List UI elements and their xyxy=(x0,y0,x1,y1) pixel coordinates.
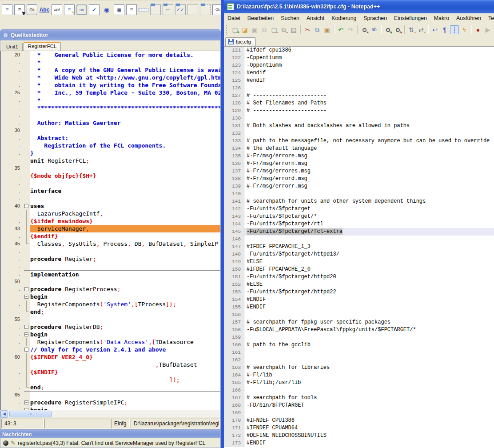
source-editor-title: Quelltexteditor xyxy=(11,32,48,38)
menu-suchen[interactable]: Suchen xyxy=(277,14,303,23)
scroll-left-arrow-icon[interactable]: ◀ xyxy=(0,410,8,418)
word-wrap-icon[interactable]: ↩ xyxy=(430,25,439,34)
indent-guide-icon[interactable]: ┆ xyxy=(450,25,459,34)
line-number: . xyxy=(1,180,24,187)
tab-fpc-cfg[interactable]: fpc.cfg xyxy=(225,37,256,46)
scrollbar-thumb[interactable]: ⁞⁞⁞ xyxy=(9,411,52,417)
find-icon[interactable] xyxy=(360,25,369,34)
code-text: {$mode objfpc}{$H+} xyxy=(30,172,220,180)
tframe-icon[interactable] xyxy=(200,4,211,15)
replace-icon[interactable]: ab xyxy=(370,25,378,34)
horizontal-scrollbar[interactable]: ◀ ⁞⁞⁞ xyxy=(0,410,220,417)
close-icon[interactable]: ▢− xyxy=(270,25,279,34)
menu-einstellungen[interactable]: Einstellungen xyxy=(390,14,430,23)
notepadpp-titlebar[interactable]: D:\lazarus\fpc\2.5.1\bin\i386-win32\fpc.… xyxy=(224,0,494,13)
redo-icon[interactable]: ↷ xyxy=(346,25,355,34)
tradiobutton-icon[interactable]: ◉ xyxy=(101,4,112,15)
fold-margin[interactable]: − xyxy=(24,331,30,338)
fold-margin[interactable]: − xyxy=(24,406,30,410)
paste-icon[interactable]: ▣ xyxy=(323,25,331,34)
config-line: 146 xyxy=(224,236,494,243)
line-text xyxy=(244,190,494,198)
tpanel-icon[interactable] xyxy=(187,4,198,15)
tcheckbox-icon[interactable]: ✓ xyxy=(89,4,100,15)
ttogglebox-icon[interactable]: on xyxy=(76,4,87,15)
notepadpp-editor[interactable]: 121#ifdef cpui386122-Cppentiumm123-Oppen… xyxy=(224,47,494,448)
message-item[interactable]: ✎ registerfcl.pas(43,3) Fatal: Can't fin… xyxy=(0,438,220,448)
open-folder-icon[interactable]: ◪ xyxy=(240,25,249,34)
tpopupmenu-icon[interactable]: ≡▶ xyxy=(14,4,25,15)
show-all-chars-icon[interactable]: ¶ xyxy=(440,25,449,34)
tcombobox-icon[interactable]: ≡ xyxy=(126,4,137,15)
line-number: 20 xyxy=(1,51,24,59)
menu-textfx[interactable]: TextFX xyxy=(485,14,494,23)
menu-kodierung[interactable]: Kodierung xyxy=(328,14,360,23)
line-number: 153 xyxy=(224,288,244,296)
undo-icon[interactable]: ↶ xyxy=(336,25,345,34)
tbutton-icon[interactable]: Ok xyxy=(27,4,37,15)
fold-margin[interactable]: − xyxy=(24,399,30,406)
cut-icon[interactable]: ✂ xyxy=(303,25,312,34)
tedit-icon[interactable]: abI xyxy=(52,4,62,15)
sync-h-scroll-icon[interactable]: ⇄▪ xyxy=(417,25,426,34)
tmainmenu-icon[interactable]: ≡ xyxy=(2,4,12,15)
tmemo-icon[interactable]: ≡✎ xyxy=(64,4,75,15)
line-number: 125 xyxy=(224,77,244,84)
line-number: . xyxy=(1,255,24,263)
code-line: . RegisterComponents('Data Access',[TDat… xyxy=(1,338,220,346)
print-icon[interactable]: ▤ xyxy=(289,25,298,34)
editor-tab-unit1[interactable]: Unit1 xyxy=(2,43,23,51)
fold-margin[interactable]: − xyxy=(24,323,30,331)
tradiogroup-icon[interactable]: ≔ xyxy=(163,4,173,15)
menu-datei[interactable]: Datei xyxy=(224,14,244,23)
menu-bearbeiten[interactable]: Bearbeiten xyxy=(244,14,277,23)
zoom-out-icon[interactable]: − xyxy=(393,25,402,34)
menu-ansicht[interactable]: Ansicht xyxy=(303,14,328,23)
line-number: . xyxy=(1,361,24,368)
menu-ausführen[interactable]: Ausführen xyxy=(453,14,485,23)
fold-margin xyxy=(24,119,30,127)
line-number: . xyxy=(1,300,24,308)
tscrollbar-icon[interactable] xyxy=(139,8,148,12)
line-text: #-Fl/lib xyxy=(244,372,494,379)
tgroupbox-icon[interactable] xyxy=(150,4,161,15)
code-line: . xyxy=(1,263,220,270)
save-all-icon[interactable]: ⧉ xyxy=(260,25,269,34)
tlabel-icon[interactable]: Abc xyxy=(39,4,50,15)
code-line: . ,TBufDataset xyxy=(1,361,220,368)
code-line: . Registration of the FCL components. xyxy=(1,142,220,149)
editor-tab-registerfcl[interactable]: RegisterFCL xyxy=(24,42,61,51)
sync-v-scroll-icon[interactable]: ⇅▪ xyxy=(407,25,416,34)
config-line: 167# searchpath for tools xyxy=(224,394,494,402)
code-line: 45 Classes, SysUtils, Process, DB, BufDa… xyxy=(1,240,220,248)
fold-margin[interactable]: − xyxy=(24,293,30,300)
line-text: #ENDIF xyxy=(244,296,494,304)
config-line: 137#-Fr/msg/errores.msg xyxy=(224,168,494,175)
pascal-editor[interactable]: 20 * General Public License for more det… xyxy=(0,51,220,410)
code-line: . xyxy=(1,180,220,187)
tcheckgroup-icon[interactable]: ✓✓ xyxy=(175,4,186,15)
copy-icon[interactable]: ⧉ xyxy=(313,25,322,34)
fold-margin xyxy=(24,180,30,187)
config-line: 127# ----------------------- xyxy=(224,92,494,100)
menu-sprachen[interactable]: Sprachen xyxy=(360,14,390,23)
messages-titlebar[interactable]: Nachrichten xyxy=(0,430,220,438)
source-editor-titlebar[interactable]: ❁ Quelltexteditor xyxy=(0,30,220,40)
record-macro-icon[interactable]: ● xyxy=(474,25,482,34)
tlistbox-icon[interactable]: ≣ xyxy=(114,4,124,15)
zoom-in-icon[interactable]: + xyxy=(383,25,392,34)
function-completion-icon[interactable]: ϟ xyxy=(460,25,469,34)
fold-margin[interactable]: − xyxy=(24,202,30,210)
close-all-icon[interactable]: ⧉− xyxy=(279,25,288,34)
line-number: 121 xyxy=(224,47,244,54)
code-line: .procedure Register; xyxy=(1,255,220,263)
line-number: 139 xyxy=(224,183,244,190)
fold-margin xyxy=(24,157,30,164)
line-number: . xyxy=(1,331,24,338)
save-icon[interactable]: ▣ xyxy=(250,25,259,34)
fold-margin[interactable] xyxy=(24,346,30,353)
menu-makro[interactable]: Makro xyxy=(430,14,453,23)
new-file-icon[interactable]: ▢+ xyxy=(231,25,239,34)
play-macro-icon[interactable]: ▶ xyxy=(483,25,492,34)
fold-margin[interactable]: − xyxy=(24,285,30,293)
